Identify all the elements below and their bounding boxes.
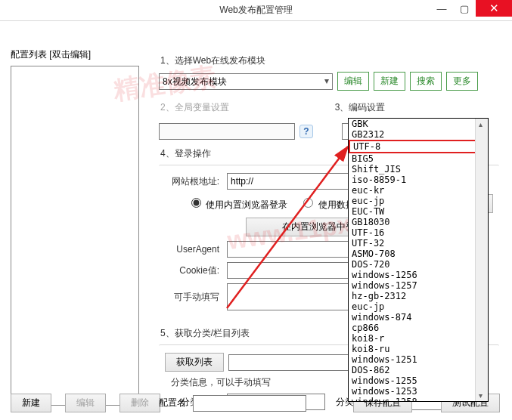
search-module-button[interactable]: 搜索 xyxy=(410,72,442,91)
login-browser-radio[interactable]: 使用内置浏览器登录 xyxy=(188,196,287,212)
encoding-option[interactable]: BIG5 xyxy=(349,153,488,164)
section-3-label: 3、编码设置 xyxy=(335,101,386,114)
encoding-option[interactable]: koi8-r xyxy=(349,333,488,344)
encoding-option[interactable]: windows-1258 xyxy=(349,397,488,402)
get-list-button[interactable]: 获取列表 xyxy=(165,353,224,372)
encoding-dropdown-list[interactable]: GBKGB2312UTF-8BIG5Shift_JISiso-8859-1euc… xyxy=(348,118,489,402)
encoding-option[interactable]: windows-1256 xyxy=(349,270,488,280)
encoding-option[interactable]: Shift_JIS xyxy=(349,164,488,174)
encoding-option[interactable]: windows-874 xyxy=(349,312,488,323)
config-name-label: 配置名: xyxy=(159,397,188,409)
section-1-label: 1、选择Web在线发布模块 xyxy=(160,54,499,67)
encoding-option[interactable]: koi8-ru xyxy=(349,344,488,354)
encoding-option[interactable]: GB18030 xyxy=(349,217,488,227)
encoding-option[interactable]: iso-8859-1 xyxy=(349,174,488,185)
minimize-button[interactable]: — xyxy=(430,0,453,17)
root-url-label: 网站根地址: xyxy=(165,175,219,188)
encoding-option[interactable]: UTF-16 xyxy=(349,227,488,238)
encoding-option[interactable]: ASMO-708 xyxy=(349,249,488,259)
titlebar: Web发布配置管理 — ▢ ✕ xyxy=(0,0,512,21)
encoding-option[interactable]: euc-jp xyxy=(349,301,488,312)
window-title: Web发布配置管理 xyxy=(219,4,292,17)
encoding-option[interactable]: DOS-720 xyxy=(349,259,488,270)
cookie-label: Cookie值: xyxy=(165,264,219,277)
encoding-option[interactable]: windows-1255 xyxy=(349,375,488,386)
encoding-option[interactable]: windows-1253 xyxy=(349,386,488,397)
scrollbar[interactable] xyxy=(475,119,488,401)
encoding-option[interactable]: windows-1251 xyxy=(349,354,488,365)
new-config-button[interactable]: 新建 xyxy=(11,394,51,412)
edit-config-button[interactable]: 编辑 xyxy=(65,394,106,412)
manual-fill-label: 可手动填写 xyxy=(165,292,219,302)
maximize-button[interactable]: ▢ xyxy=(453,0,476,17)
delete-config-button[interactable]: 删除 xyxy=(119,394,160,412)
encoding-option[interactable]: windows-1257 xyxy=(349,280,488,291)
section-2-label: 2、全局变量设置 xyxy=(160,101,229,114)
encoding-option[interactable]: UTF-32 xyxy=(349,238,488,249)
config-name-input[interactable] xyxy=(193,395,306,412)
encoding-option[interactable]: cp866 xyxy=(349,323,488,333)
global-var-input xyxy=(159,123,295,140)
encoding-option[interactable]: DOS-862 xyxy=(349,365,488,375)
encoding-option[interactable]: UTF-8 xyxy=(349,140,488,153)
encoding-option[interactable]: GB2312 xyxy=(349,129,488,140)
close-button[interactable]: ✕ xyxy=(476,0,512,17)
encoding-option[interactable]: euc-jp xyxy=(349,196,488,206)
category-info-label: 分类信息，可以手动填写 xyxy=(171,376,271,389)
new-module-button[interactable]: 新建 xyxy=(374,72,405,91)
help-icon[interactable]: ? xyxy=(299,125,313,138)
useragent-label: UserAgent xyxy=(165,244,219,255)
encoding-option[interactable]: GBK xyxy=(349,119,488,129)
edit-module-button[interactable]: 编辑 xyxy=(337,72,369,91)
encoding-option[interactable]: hz-gb-2312 xyxy=(349,291,488,301)
config-list-label: 配置列表 [双击编辑] xyxy=(11,48,147,61)
module-select[interactable]: 8x视频发布模块 xyxy=(159,73,333,90)
encoding-option[interactable]: EUC-TW xyxy=(349,206,488,217)
config-listbox[interactable] xyxy=(11,66,139,406)
more-module-button[interactable]: 更多 xyxy=(446,72,478,91)
encoding-option[interactable]: euc-kr xyxy=(349,185,488,196)
